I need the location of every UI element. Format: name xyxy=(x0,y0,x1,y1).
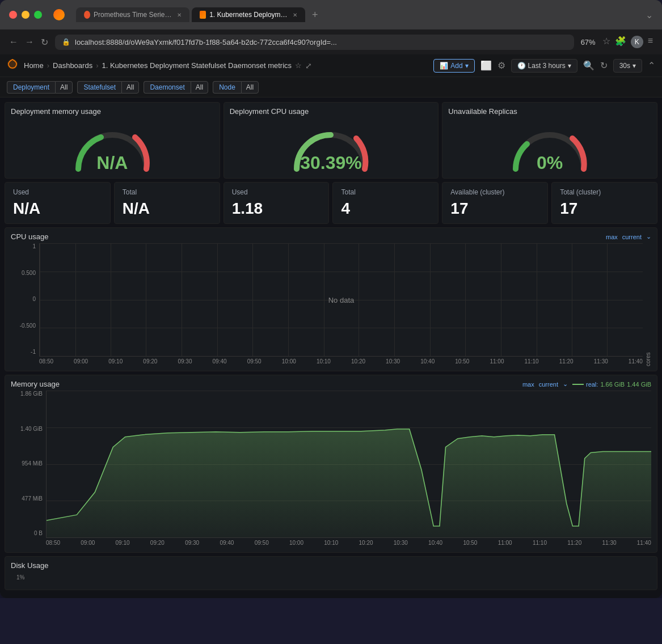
tab-favicon-grafana xyxy=(200,11,206,19)
cpu-no-data: No data xyxy=(328,295,355,304)
grafana-app: Home › Dashboards › 1. Kubernetes Deploy… xyxy=(0,54,662,598)
vgrid-16 xyxy=(572,243,572,356)
unavailable-replicas-gauge: 0% xyxy=(442,118,657,178)
stats-row: Used N/A Total N/A Used 1.18 Total 4 Ava… xyxy=(5,182,657,224)
gauges-row: Deployment memory usage N/A xyxy=(5,102,657,179)
traffic-lights xyxy=(9,11,42,19)
vgrid-8 xyxy=(288,243,289,356)
daemonset-filter-select[interactable]: All xyxy=(191,81,208,94)
vgrid-9 xyxy=(324,243,324,356)
maximize-button[interactable] xyxy=(34,11,42,19)
breadcrumb-dashboards[interactable]: Dashboards xyxy=(53,61,92,70)
clock-icon: 🕐 xyxy=(517,62,526,70)
time-range-button[interactable]: 🕐 Last 3 hours ▾ xyxy=(511,59,577,73)
stat-available-cluster-value: 17 xyxy=(450,200,539,218)
cpu-usage-panel: CPU usage max current ⌄ 1 0.500 0 -0.500… xyxy=(5,227,657,371)
gauge-memory-value: N/A xyxy=(96,152,128,173)
url-display: localhost:8888/d/oWe9aYxmk/f017fd7b-1f88… xyxy=(75,38,337,46)
statefulset-filter-select[interactable]: All xyxy=(121,81,139,94)
tab-label-grafana: 1. Kubernetes Deployment Stat... xyxy=(209,11,289,19)
extensions-icon[interactable]: 🧩 xyxy=(615,36,626,48)
cpu-y-3: 0 xyxy=(16,296,36,302)
node-filter-select[interactable]: All xyxy=(241,81,259,94)
profile-icon[interactable]: K xyxy=(631,36,643,48)
settings-button[interactable]: ⚙ xyxy=(497,60,505,71)
vgrid-4 xyxy=(146,243,146,356)
share-icon[interactable]: ⤢ xyxy=(305,61,312,70)
refresh-icon[interactable]: ↻ xyxy=(600,60,608,71)
deployment-memory-panel: Deployment memory usage N/A xyxy=(5,102,220,179)
x-09-00: 09:00 xyxy=(74,358,88,365)
tv-mode-button[interactable]: ⬜ xyxy=(480,60,492,71)
menu-icon[interactable]: ≡ xyxy=(648,36,653,48)
x-11-30: 11:30 xyxy=(594,358,608,365)
back-button[interactable]: ← xyxy=(9,37,18,47)
dashboard-content: Deployment memory usage N/A xyxy=(0,98,662,598)
grafana-topbar: Home › Dashboards › 1. Kubernetes Deploy… xyxy=(0,54,662,77)
tab-prometheus[interactable]: Prometheus Time Series Collec... ✕ xyxy=(76,7,189,22)
memory-chart-body: 08:50 09:00 09:10 09:20 09:30 09:40 09:5… xyxy=(46,391,651,548)
mx-11-40: 11:40 xyxy=(637,540,651,546)
memory-chart-area xyxy=(46,391,651,538)
stat-total-cluster-value: 17 xyxy=(560,200,649,218)
expand-button[interactable]: ⌃ xyxy=(648,60,655,71)
x-11-20: 11:20 xyxy=(559,358,574,365)
cpu-legend-chevron: ⌄ xyxy=(646,233,651,240)
add-button[interactable]: 📊 Add ▾ xyxy=(433,59,474,73)
x-10-30: 10:30 xyxy=(386,358,400,365)
breadcrumb-home[interactable]: Home xyxy=(24,61,44,70)
vgrid-2 xyxy=(75,243,76,356)
breadcrumb: Home › Dashboards › 1. Kubernetes Deploy… xyxy=(24,61,312,70)
node-filter-label[interactable]: Node xyxy=(213,81,241,94)
memory-legend-cur-val: 1.44 GiB xyxy=(627,381,651,388)
cpu-chart-legend: max current ⌄ xyxy=(606,233,651,240)
statefulset-filter-label[interactable]: Statefulset xyxy=(77,81,121,94)
grid-line-2 xyxy=(40,272,643,272)
memory-y-4: 477 MiB xyxy=(16,495,43,502)
add-icon: 📊 xyxy=(440,62,448,70)
lock-icon: 🔒 xyxy=(62,38,70,46)
deployment-filter-select[interactable]: All xyxy=(55,81,73,94)
breadcrumb-current: 1. Kubernetes Deployment Statefulset Dae… xyxy=(102,61,292,70)
stat-used-memory: Used N/A xyxy=(5,182,111,224)
vgrid-10 xyxy=(359,243,359,356)
mx-10-20: 10:20 xyxy=(359,540,373,546)
favorite-icon[interactable]: ☆ xyxy=(295,61,302,70)
minimize-button[interactable] xyxy=(22,11,29,19)
time-chevron: ▾ xyxy=(568,62,571,70)
x-09-10: 09:10 xyxy=(108,358,123,365)
cpu-legend-max: max xyxy=(606,234,618,240)
gauge-memory-container: N/A xyxy=(67,122,158,173)
zoom-out-button[interactable]: 🔍 xyxy=(583,60,594,71)
browser-tabs: Prometheus Time Series Collec... ✕ 1. Ku… xyxy=(76,7,639,22)
cpu-chart-title: CPU usage xyxy=(11,232,48,241)
new-tab-button[interactable]: + xyxy=(307,9,323,21)
vgrid-1 xyxy=(40,243,40,356)
x-10-40: 10:40 xyxy=(420,358,435,365)
daemonset-filter-label[interactable]: Daemonset xyxy=(144,81,190,94)
x-10-10: 10:10 xyxy=(317,358,331,365)
forward-button[interactable]: → xyxy=(25,37,34,47)
filter-bar: Deployment All Statefulset All Daemonset… xyxy=(0,77,662,98)
close-button[interactable] xyxy=(9,11,17,19)
memory-y-2: 1.40 GiB xyxy=(16,426,43,432)
tab-close-prometheus[interactable]: ✕ xyxy=(177,12,182,18)
x-11-40: 11:40 xyxy=(629,358,643,365)
x-11-00: 11:00 xyxy=(490,358,504,365)
deployment-filter-label[interactable]: Deployment xyxy=(7,81,55,94)
deployment-memory-title: Deployment memory usage xyxy=(5,103,220,118)
refresh-interval-button[interactable]: 30s ▾ xyxy=(613,59,642,73)
memory-x-axis: 08:50 09:00 09:10 09:20 09:30 09:40 09:5… xyxy=(46,538,651,548)
memory-y-3: 954 MiB xyxy=(16,460,43,467)
x-09-20: 09:20 xyxy=(143,358,157,365)
reload-button[interactable]: ↻ xyxy=(41,37,48,48)
disk-y-axis-first: 1% xyxy=(11,572,651,581)
vgrid-15 xyxy=(537,243,537,356)
tab-menu-button[interactable]: ⌄ xyxy=(646,10,653,20)
deployment-memory-gauge: N/A xyxy=(5,118,220,178)
tab-grafana[interactable]: 1. Kubernetes Deployment Stat... ✕ xyxy=(192,7,305,22)
bookmark-icon[interactable]: ☆ xyxy=(602,36,610,48)
memory-legend-max-val: 1.66 GiB xyxy=(600,381,625,388)
address-bar[interactable]: 🔒 localhost:8888/d/oWe9aYxmk/f017fd7b-1f… xyxy=(55,35,574,50)
tab-close-grafana[interactable]: ✕ xyxy=(293,12,297,18)
